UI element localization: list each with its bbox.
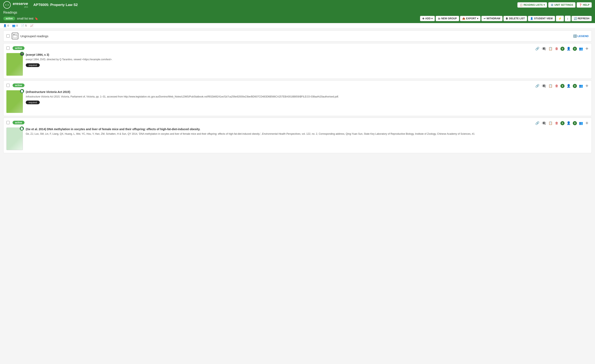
reading-status-area-1: active	[6, 46, 26, 50]
hide-icon-btn-1[interactable]: 👁‍🗨	[541, 46, 546, 51]
note-icon-btn-3[interactable]: 📋	[548, 121, 553, 125]
delete-icon-btn-2[interactable]: 🗑	[555, 84, 559, 88]
group-icon-btn-2[interactable]: 👥	[579, 83, 583, 88]
folder-icon	[12, 33, 18, 39]
new-group-icon: 🗂	[438, 17, 440, 20]
right-toolbar: ⊕ ADD ▾ 🗂 NEW GROUP 📤 EXPORT ▾ ↩ WITHDRA…	[420, 16, 592, 21]
add-dropdown-icon: ▾	[431, 17, 432, 20]
refresh-icon: 🔄	[574, 17, 577, 20]
export-button[interactable]: 📤 EXPORT ▾	[460, 16, 481, 21]
reading-2-thumbnail: 📄	[6, 90, 23, 113]
reading-lists-button[interactable]: 📋 READING LISTS ▾	[517, 2, 547, 8]
delete-icon-btn-3[interactable]: 🗑	[555, 121, 559, 125]
new-group-button[interactable]: 🗂 NEW GROUP	[436, 16, 459, 21]
svg-rect-2	[13, 35, 17, 38]
sort-icon: ↕	[567, 17, 568, 20]
reading-status-area-2: active	[6, 83, 26, 87]
delete-list-icon: 🗑	[506, 17, 508, 20]
reading-3-actions: 🔗 👁‍🗨 📋 🗑 0 👤 0 👥 ✛	[535, 121, 589, 125]
group-icon-btn-1[interactable]: 👥	[579, 46, 583, 51]
sub-header: Readings	[0, 10, 595, 16]
user-icon-btn-3[interactable]: 👤	[566, 121, 571, 125]
chart-icon: 📈	[30, 24, 33, 27]
reading-item: active 🔗 👁‍🗨 📋 🗑 0 👤 0 👥 ✛ 🎬 (exerpt 199…	[3, 43, 592, 79]
reading-2-details: (Infrastructure Victoria Act 2015) Infra…	[26, 90, 589, 104]
readings-label: Readings	[3, 11, 592, 16]
reading-3-body: 📄 (Ge et al. 2014) DNA methylation in oo…	[6, 128, 589, 150]
ungrouped-checkbox[interactable]	[6, 34, 10, 38]
stats-row: 👤 0 👥 0 📄 5 📈	[0, 23, 595, 28]
reading-1-title: (exerpt 1994, s 3)	[26, 53, 589, 56]
reading-item: active 🔗 👁‍🗨 📋 🗑 0 👤 0 👥 ✛ 📄 (Infrastruc…	[3, 80, 592, 116]
reading-2-actions: 🔗 👁‍🗨 📋 🗑 0 👤 0 👥 ✛	[535, 83, 589, 88]
legend-button[interactable]: ℹ️ LEGEND	[573, 34, 589, 38]
reading-1-status-badge: active	[13, 46, 24, 50]
reading-1-actions: 🔗 👁‍🗨 📋 🗑 0 👤 0 👥 ✛	[535, 46, 589, 51]
reading-1-thumb-badge: 🎬	[20, 52, 24, 56]
hide-icon-btn-2[interactable]: 👁‍🗨	[541, 83, 546, 88]
group-icon: 👥	[12, 24, 15, 27]
reading-1-thumbnail: 🎬	[6, 53, 23, 76]
reading-3-details: (Ge et al. 2014) DNA methylation in oocy…	[26, 128, 589, 136]
reading-3-thumb-badge: 📄	[20, 126, 24, 130]
left-toolbar: active small list test 🔖	[3, 17, 38, 20]
main-content: Ungrouped readings ℹ️ LEGEND active 🔗 👁‍…	[0, 28, 595, 157]
note-icon-btn-2[interactable]: 📋	[548, 83, 553, 88]
move-icon-btn-1[interactable]: ✛	[585, 46, 589, 51]
svg-point-1	[6, 4, 8, 6]
logo-area: ereserve plus APT6005: Property Law S2	[3, 1, 517, 9]
student-view-icon: 👤	[530, 17, 533, 20]
ereserve-logo-icon	[3, 1, 11, 9]
badge-count-3b: 0	[573, 121, 577, 125]
help-icon: ❓	[579, 3, 582, 6]
user-icon-btn-1[interactable]: 👤	[566, 46, 571, 51]
link-icon-btn-2[interactable]: 🔗	[535, 83, 540, 88]
docs-icon: 📄	[21, 24, 24, 27]
info-icon: ℹ️	[573, 34, 577, 38]
reading-2-title: (Infrastructure Victoria Act 2015)	[26, 90, 589, 94]
reading-1-body: 🎬 (exerpt 1994, s 3) exerpt 1994, DVD, d…	[6, 53, 589, 76]
reading-2-checkbox[interactable]	[6, 84, 10, 87]
badge-count-1a: 0	[560, 47, 565, 51]
group-icon-btn-3[interactable]: 👥	[579, 121, 583, 125]
move-icon-btn-3[interactable]: ✛	[585, 121, 589, 125]
reading-3-title: (Ge et al. 2014) DNA methylation in oocy…	[26, 128, 589, 131]
hide-icon-btn-3[interactable]: 👁‍🗨	[541, 121, 546, 125]
filter2-button[interactable]: ↕	[565, 16, 571, 21]
export-dropdown-icon: ▾	[477, 17, 478, 20]
note-icon-btn-1[interactable]: 📋	[548, 46, 553, 51]
user-icon-btn-2[interactable]: 👤	[566, 83, 571, 88]
filter1-button[interactable]: ⚡	[556, 16, 564, 21]
reading-2-thumb-badge: 📄	[20, 89, 24, 93]
reading-2-citation: Infrastructure Victoria Act 2015, Victor…	[26, 95, 589, 98]
link-icon-btn-3[interactable]: 🔗	[535, 121, 540, 125]
delete-icon-btn-1[interactable]: 🗑	[555, 47, 559, 51]
add-button[interactable]: ⊕ ADD ▾	[420, 16, 435, 21]
move-icon-btn-2[interactable]: ✛	[585, 83, 589, 88]
link-icon-btn-1[interactable]: 🔗	[535, 46, 540, 51]
badge-count-2a: 0	[560, 84, 565, 88]
reading-1-checkbox[interactable]	[6, 47, 10, 50]
dropdown-arrow-icon: ▾	[544, 3, 545, 6]
help-button[interactable]: ❓ HELP	[577, 2, 592, 8]
stat-chart[interactable]: 📈	[30, 24, 33, 27]
reading-3-checkbox[interactable]	[6, 121, 10, 124]
filter1-icon: ⚡	[558, 17, 562, 20]
reading-top-row-2: active 🔗 👁‍🗨 📋 🗑 0 👤 0 👥 ✛	[6, 83, 589, 88]
unit-settings-button[interactable]: ⚙️ UNIT SETTINGS	[548, 2, 575, 8]
withdraw-button[interactable]: ↩ WITHDRAW	[481, 16, 503, 21]
add-icon: ⊕	[422, 17, 424, 20]
refresh-button[interactable]: 🔄 REFRESH	[572, 16, 592, 21]
delete-list-button[interactable]: 🗑 DELETE LIST	[503, 16, 527, 21]
header-actions: 📋 READING LISTS ▾ ⚙️ UNIT SETTINGS ❓ HEL…	[517, 2, 592, 8]
student-view-button[interactable]: 👤 STUDENT VIEW	[528, 16, 555, 21]
logo-sub: plus	[13, 6, 28, 8]
stat-group-value: 0	[16, 24, 18, 27]
stat-individual: 👤 0	[3, 24, 9, 27]
toolbar-row: active small list test 🔖 ⊕ ADD ▾ 🗂 NEW G…	[0, 16, 595, 23]
app-title: APT6005: Property Law S2	[33, 3, 78, 7]
badge-count-1b: 0	[573, 47, 577, 51]
ungrouped-header: Ungrouped readings ℹ️ LEGEND	[3, 30, 592, 41]
individual-icon: 👤	[3, 24, 7, 27]
stat-individual-value: 0	[7, 24, 9, 27]
